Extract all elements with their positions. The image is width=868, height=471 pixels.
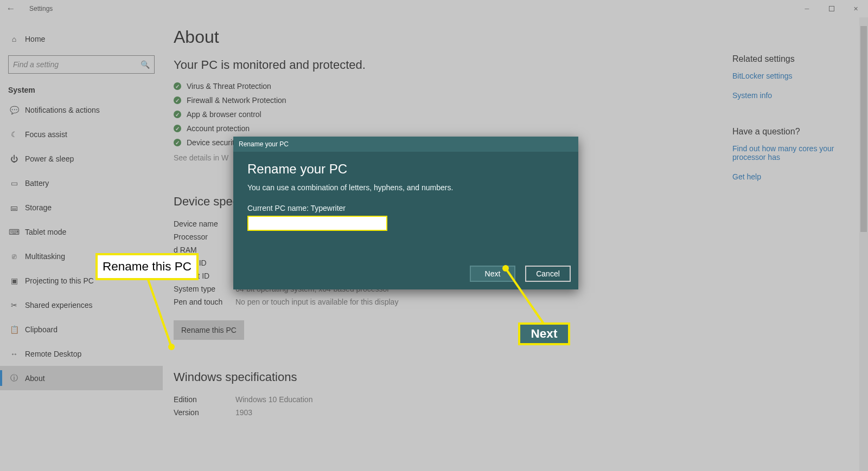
rename-pc-dialog: Rename your PC Rename your PC You can us… xyxy=(233,137,578,289)
new-pc-name-input[interactable] xyxy=(247,216,387,231)
app-root: ← Settings ─ ✕ ⌂ Home 🔍 System 💬Notifica… xyxy=(0,0,868,471)
dialog-cancel-button[interactable]: Cancel xyxy=(525,266,571,282)
callout-rename: Rename this PC xyxy=(95,253,199,280)
dialog-next-button[interactable]: Next xyxy=(470,266,515,282)
dialog-heading: Rename your PC xyxy=(247,162,564,177)
dialog-titlebar: Rename your PC xyxy=(233,137,578,152)
callout-next: Next xyxy=(518,322,570,345)
dialog-subtitle: You can use a combination of letters, hy… xyxy=(247,183,564,192)
dialog-current-name: Current PC name: Typewriter xyxy=(247,204,564,212)
